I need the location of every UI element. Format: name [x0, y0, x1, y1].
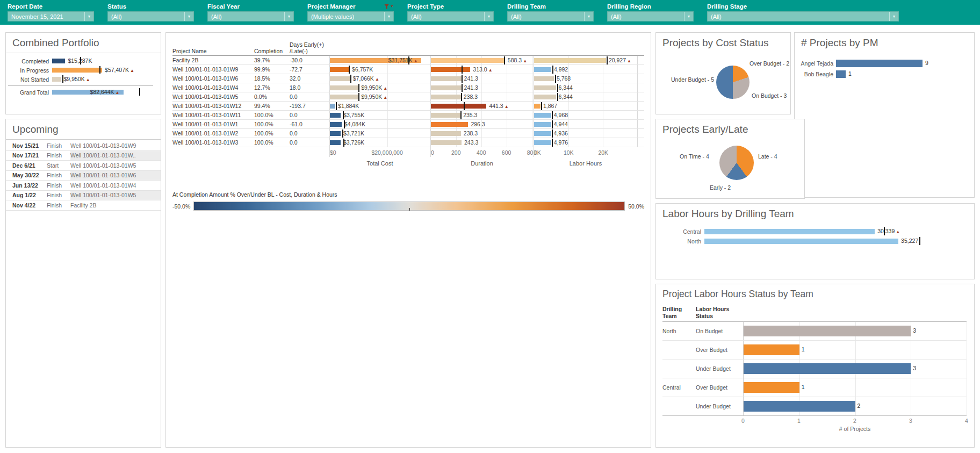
- bar[interactable]: [330, 140, 341, 145]
- project-detail-panel: Project Name Completion Days Early(+) /L…: [165, 32, 651, 448]
- upcoming-row[interactable]: Nov 4/22FinishFacility 2B: [6, 200, 161, 211]
- bar[interactable]: [330, 67, 349, 72]
- bar[interactable]: [431, 104, 486, 109]
- bar[interactable]: [431, 95, 461, 99]
- bar[interactable]: [704, 239, 898, 244]
- bar[interactable]: [534, 58, 606, 63]
- upcoming-row[interactable]: Dec 6/21StartWell 100/01-01-013-01W5: [6, 161, 161, 171]
- bar[interactable]: [534, 131, 551, 136]
- bar[interactable]: [330, 122, 342, 127]
- bar[interactable]: [744, 363, 911, 374]
- bar[interactable]: [431, 67, 470, 72]
- bar-cell: 243.3: [430, 138, 534, 147]
- upcoming-row[interactable]: May 30/22FinishWell 100/01-01-013-01W6: [6, 171, 161, 181]
- filter-dropdown[interactable]: (All)▼: [107, 11, 194, 21]
- project-row: Well 100/01-01-013-01W618.5%32.0$7,066K▲…: [172, 74, 644, 83]
- pie-chart[interactable]: [716, 66, 750, 99]
- project-row: Well 100/01-01-013-01W412.7%18.0$9,950K▲…: [172, 83, 644, 92]
- bar[interactable]: [431, 76, 462, 81]
- bar[interactable]: [704, 229, 875, 234]
- bar[interactable]: [431, 140, 462, 145]
- warning-triangle-icon: ▲: [383, 86, 387, 91]
- pie-chart[interactable]: [719, 146, 754, 180]
- bar[interactable]: [534, 85, 556, 90]
- column-header-completion: Completion: [254, 48, 290, 54]
- bar[interactable]: [744, 382, 799, 393]
- bar[interactable]: [534, 140, 551, 145]
- bar-label: $3,755K: [343, 112, 364, 118]
- filter-dropdown[interactable]: (All)▼: [407, 11, 494, 21]
- bar[interactable]: [330, 131, 341, 136]
- bar[interactable]: [534, 122, 551, 127]
- filter-project-manager: Project Manager▼(Multiple values)▼: [307, 3, 394, 25]
- bar[interactable]: [431, 131, 461, 136]
- axis-tick-label: 0K: [534, 149, 541, 156]
- bar[interactable]: [744, 326, 911, 336]
- upcoming-row[interactable]: Nov 15/21FinishWell 100/01-01-013-01W9: [6, 141, 161, 151]
- bar[interactable]: [330, 85, 358, 90]
- bar-cell: 441.3▲: [430, 102, 534, 110]
- axis-tick-label: 4: [965, 418, 968, 424]
- status-chart-body: NorthOn Budget3Over Budget1Under Budget3…: [662, 322, 967, 416]
- bar[interactable]: [431, 122, 468, 127]
- reference-tick: [408, 56, 409, 64]
- bar[interactable]: [534, 95, 556, 99]
- bar[interactable]: [534, 67, 551, 72]
- legend-gradient-bar[interactable]: [193, 202, 625, 211]
- status-label: Under Budget: [696, 365, 743, 372]
- reference-tick: [461, 93, 462, 101]
- filter-dropdown[interactable]: (All)▼: [607, 11, 694, 21]
- bar[interactable]: [330, 113, 341, 118]
- table-axis-titles: Total CostDurationLabor Hours: [172, 157, 644, 167]
- bar-label: 238.3: [464, 130, 478, 136]
- bar[interactable]: [52, 59, 65, 63]
- bar-label: 4,936: [554, 130, 568, 136]
- upcoming-row[interactable]: Jun 13/22FinishWell 100/01-01-013-01W4: [6, 181, 161, 191]
- upcoming-row[interactable]: Nov 17/21FinishWell 100/01-01-013-01W..: [6, 151, 161, 161]
- bar[interactable]: [330, 104, 335, 109]
- bar[interactable]: [836, 70, 846, 78]
- filter-dropdown[interactable]: (All)▼: [707, 11, 899, 21]
- bar-cell: 313.0▲: [430, 65, 534, 74]
- gridline: [481, 74, 482, 83]
- bar[interactable]: [836, 60, 923, 67]
- bar[interactable]: [52, 68, 102, 73]
- upcoming-milestone: Finish: [47, 182, 70, 189]
- upcoming-project: Well 100/01-01-013-01W..: [70, 151, 161, 161]
- bar[interactable]: [534, 113, 551, 118]
- bar-value: 238.3: [464, 94, 478, 100]
- bar[interactable]: [744, 401, 855, 412]
- axis-tick-label: 10K: [564, 149, 574, 156]
- bar[interactable]: [52, 77, 61, 82]
- bar[interactable]: [431, 58, 505, 63]
- filter-dropdown[interactable]: (All)▼: [207, 11, 294, 21]
- bar-area: 2: [743, 397, 967, 415]
- status-row: Over Budget1: [662, 341, 967, 359]
- spacer: [290, 157, 329, 170]
- filter-label-text: Project Type: [407, 3, 444, 10]
- bar-cell: $1,884K: [329, 102, 430, 110]
- filter-drilling-team: Drilling Team(All)▼: [507, 3, 594, 25]
- gridline: [387, 129, 388, 138]
- bar[interactable]: [431, 85, 462, 90]
- upcoming-row[interactable]: Aug 1/22FinishWell 100/01-01-013-01W5: [6, 191, 161, 201]
- column-header-drilling-team: Drilling Team: [662, 306, 696, 319]
- filter-applied-indicator: ▼: [384, 3, 394, 10]
- bar-value: 2: [857, 402, 861, 409]
- bar[interactable]: [330, 76, 350, 81]
- bar-value: $9,950K: [64, 76, 85, 82]
- filter-label: Status: [107, 3, 194, 10]
- filter-dropdown[interactable]: (Multiple values)▼: [307, 11, 394, 21]
- gridline: [967, 341, 967, 359]
- bar[interactable]: [534, 76, 554, 81]
- bar[interactable]: [744, 344, 799, 355]
- filter-dropdown[interactable]: (All)▼: [507, 11, 594, 21]
- days-value: 0.0: [290, 94, 329, 100]
- completion-value: 99.9%: [254, 66, 290, 73]
- axis: 0K10K20K: [534, 147, 638, 157]
- bar[interactable]: [330, 95, 358, 99]
- bar[interactable]: [534, 104, 541, 109]
- filter-value: (All): [411, 13, 422, 20]
- bar[interactable]: [431, 113, 460, 118]
- filter-dropdown[interactable]: November 15, 2021▼: [8, 11, 94, 21]
